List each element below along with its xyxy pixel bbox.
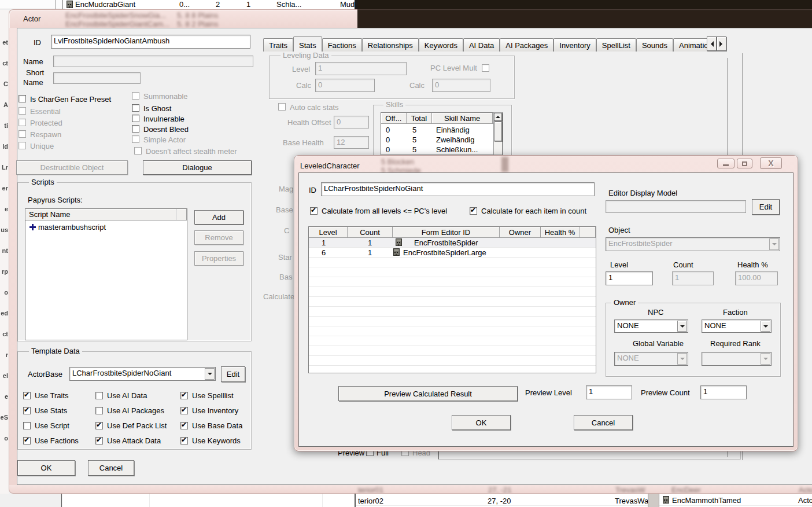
use-stats-checkbox[interactable] [23,407,31,414]
stealth-meter-checkbox[interactable] [134,147,142,155]
unique-checkbox[interactable] [19,142,26,149]
tab-relationships[interactable]: Relationships [362,38,419,52]
essential-checkbox[interactable] [19,107,26,115]
lc-table-row[interactable]: 6 1 EncFrostbiteSpiderLarge [309,248,596,257]
chevron-down-icon[interactable] [761,321,770,332]
skills-header-total[interactable]: Total [407,113,433,124]
skill-cell[interactable]: 5 [412,135,416,144]
tab-spelllist[interactable]: SpellList [596,38,636,52]
use-attack-data-checkbox[interactable] [95,437,103,444]
tab-scroll-left-button[interactable] [707,36,717,51]
summonable-checkbox[interactable] [132,92,139,100]
bottom-object-table[interactable]: EncMammothTamed Acto [659,494,812,507]
skill-cell[interactable]: Schießkun... [436,145,478,154]
lc-level-field[interactable]: 1 [606,271,653,285]
script-properties-button[interactable]: Properties [194,251,243,266]
use-traits-checkbox[interactable] [23,392,31,399]
use-keywords-checkbox[interactable] [180,437,188,444]
is-chargen-face-preset-checkbox[interactable] [19,95,26,102]
tab-ai-packages[interactable]: AI Packages [500,38,553,52]
actorbase-combo[interactable]: LCharFrostbiteSpiderNoGiant [69,367,216,381]
skills-scrollbar[interactable] [493,112,503,155]
invulnerable-checkbox[interactable] [132,115,139,122]
actorbase-edit-button[interactable]: Edit [221,366,245,382]
lc-header-level[interactable]: Level [309,227,348,238]
tab-scroll-right-button[interactable] [717,36,726,51]
calc-all-levels-checkbox[interactable] [310,207,318,215]
protected-checkbox[interactable] [19,119,26,126]
tab-factions[interactable]: Factions [322,38,362,52]
scroll-up-button[interactable] [494,113,502,121]
dialogue-button[interactable]: Dialogue [143,160,252,175]
tab-inventory[interactable]: Inventory [553,38,596,52]
maximize-button[interactable] [737,159,752,168]
papyrus-scripts-list[interactable]: Script Name masterambushscript [25,208,187,340]
global-variable-combo[interactable]: NONE [614,352,688,366]
skill-cell[interactable]: 0 [386,126,390,134]
lc-header-count[interactable]: Count [348,227,393,238]
tab-stats[interactable]: Stats [293,36,322,52]
actor-cancel-button[interactable]: Cancel [88,460,134,476]
close-button[interactable]: X [760,157,782,169]
use-ai-packages-checkbox[interactable] [95,407,103,414]
bottom-cell-table[interactable]: terior02 27, -20 TrevasWa [355,494,648,507]
use-inventory-checkbox[interactable] [180,407,188,414]
lc-table-row[interactable]: 1 1 EncFrostbiteSpider [309,238,596,247]
lc-entries-table[interactable]: Level Count Form Editor ID Owner Health … [308,226,596,373]
skill-cell[interactable]: 0 [386,145,390,154]
pc-level-mult-checkbox[interactable] [482,64,489,72]
background-object-list-row[interactable]: EncMudcrabGiant 0... 2 1 Schla... Mudcr [65,0,355,9]
lc-ok-button[interactable]: OK [452,415,511,430]
use-ai-data-checkbox[interactable] [95,392,103,399]
lc-cancel-button[interactable]: Cancel [574,415,633,430]
lc-header-form-editor-id[interactable]: Form Editor ID [393,227,500,238]
script-remove-button[interactable]: Remove [194,230,243,245]
use-base-data-checkbox[interactable] [180,422,188,429]
script-list-item[interactable]: masterambushscript [38,223,106,232]
editor-display-model-edit-button[interactable]: Edit [752,199,780,215]
preview-count-field[interactable]: 1 [700,385,747,399]
skill-cell[interactable]: 5 [412,145,416,154]
lc-header-health[interactable]: Health % [541,227,580,238]
editor-display-model-field[interactable] [606,200,746,213]
skill-cell[interactable]: 5 [412,126,416,134]
base-health-field[interactable]: 12 [334,136,369,149]
health-offset-field[interactable]: 0 [334,116,369,128]
minimize-button[interactable] [717,159,735,168]
object-combo[interactable]: EncFrostbiteSpider [606,237,780,251]
actor-name-field[interactable] [53,56,253,67]
calc-each-item-checkbox[interactable] [470,207,477,215]
destructible-object-button[interactable]: Destructible Object [16,160,128,175]
actor-titlebar[interactable]: EncFrostbiteSpiderSnowGia... 5. 8 8 Plai… [9,9,357,28]
npc-combo[interactable]: NONE [614,319,688,333]
chevron-down-icon[interactable] [677,321,687,332]
actor-short-name-field[interactable] [53,72,141,84]
actor-ok-button[interactable]: OK [17,460,75,476]
doesnt-bleed-checkbox[interactable] [132,125,139,133]
skill-cell[interactable]: Zweihändig [436,135,475,144]
skill-cell[interactable]: 0 [386,135,390,144]
tab-ai-data[interactable]: AI Data [463,38,500,52]
required-rank-combo[interactable] [702,352,772,366]
tab-traits[interactable]: Traits [263,38,293,52]
lc-id-field[interactable]: LCharFrostbiteSpiderNoGiant [321,182,595,196]
game-render-view[interactable] [357,0,812,9]
preview-level-field[interactable]: 1 [586,385,632,399]
skill-cell[interactable]: Einhändig [436,126,470,134]
use-def-pack-list-checkbox[interactable] [95,422,103,429]
preview-calculated-result-button[interactable]: Preview Calculated Result [338,386,518,401]
script-add-button[interactable]: Add [194,210,243,225]
lc-health-field[interactable]: 100.00 [735,271,778,285]
level-field[interactable]: 1 [315,62,407,75]
skills-header-skill-name[interactable]: Skill Name [432,113,493,124]
is-ghost-checkbox[interactable] [132,104,139,112]
lc-header-owner[interactable]: Owner [500,227,541,238]
chevron-down-icon[interactable] [205,368,215,380]
simple-actor-checkbox[interactable] [132,135,139,143]
actor-id-field[interactable]: LvlFrostbiteSpiderNoGiantAmbush [51,35,250,49]
use-spelllist-checkbox[interactable] [180,392,188,399]
calc-min-field[interactable]: 0 [315,79,375,92]
use-script-checkbox[interactable] [23,422,31,429]
use-factions-checkbox[interactable] [23,437,31,444]
tab-sounds[interactable]: Sounds [636,38,673,52]
